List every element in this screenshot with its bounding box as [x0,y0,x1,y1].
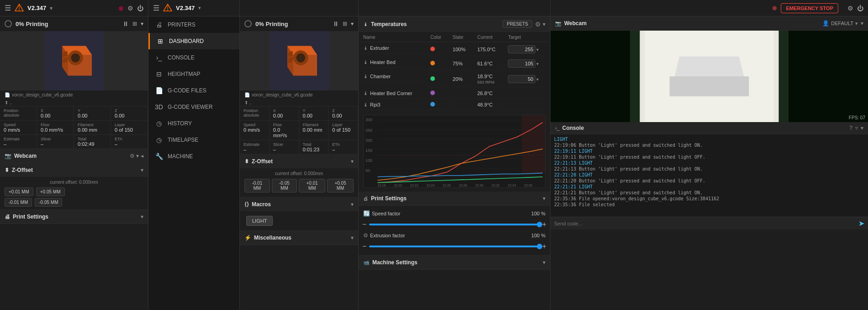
temp-target-arrow-0[interactable]: ▾ [536,47,539,52]
nav-item-gcode_viewer[interactable]: 3DG-CODE VIEWER [148,99,239,115]
absolute-label: absolute [4,113,33,118]
temp-target-input-1[interactable] [508,59,535,68]
dashboard-pause-icon[interactable]: ⏸ [333,20,339,27]
dashboard-parent-dir: ⬆ .. [240,99,358,106]
print-settings-collapse[interactable]: ▾ [141,214,143,220]
alert-icon[interactable]: ⊗ [118,5,124,12]
dashboard-zoffset-title: Z-Offset [252,158,273,165]
dashboard-x: 0.00 [273,113,295,118]
temp-target-input-2[interactable] [508,75,535,83]
speed-slider-thumb[interactable] [537,222,542,227]
webcam-settings-icon[interactable]: ⚙ ▾ [130,153,139,159]
webcam-default-arrow[interactable]: ▾ [855,21,858,27]
webcam-header[interactable]: 📷 Webcam ⚙ ▾ ◂ [0,149,148,163]
console-input-field[interactable] [554,221,858,226]
console-send-btn[interactable]: ➤ [858,219,864,228]
extrusion-plus-btn[interactable]: + [542,242,546,251]
temp-target-input-0[interactable] [508,45,535,53]
version-dropdown[interactable]: ▾ [50,5,53,11]
temp-target-arrow-2[interactable]: ▾ [536,77,539,82]
menu-icon[interactable]: ☰ [5,4,11,12]
presets-btn[interactable]: PRESETS [503,20,532,28]
dashboard-layout-icon[interactable]: ⊞ [343,21,347,27]
misc-header[interactable]: ⚡ Miscellaneous ▾ [240,231,358,245]
dashboard-zoffset-expand[interactable]: ▾ [351,158,354,165]
left-print-settings-title: 🖨 Print Settings [5,214,141,220]
pause-icon[interactable]: ⏸ [122,20,129,27]
extrusion-minus-btn[interactable]: − [362,242,366,251]
console-help-icon[interactable]: ? [849,125,852,131]
dashboard-eta: – [332,147,354,152]
right-settings-icon[interactable]: ⚙ [847,5,853,12]
nav-item-printers[interactable]: 🖨PRINTERS [148,16,239,33]
right-power-icon[interactable]: ⏻ [857,5,863,12]
nav-version-arrow[interactable]: ▾ [198,5,201,11]
speed-plus-btn[interactable]: + [542,220,546,229]
webcam-collapse-icon[interactable]: ◂ [141,153,143,159]
dashboard-zoffset-header[interactable]: ⬍ Z-Offset ▾ [240,155,358,168]
filament-value: 0.00 mm [78,127,107,133]
extrusion-slider[interactable] [369,246,539,247]
console-message-3: 22:19:11 Button 'Light' pressed and swit… [554,154,864,160]
nav-label-console: CONSOLE [168,54,195,61]
print-settings-expand[interactable]: ▾ [543,195,545,202]
macros-header[interactable]: ⟨⟩ Macros ▾ [240,198,358,211]
svg-point-9 [71,53,80,63]
macros-expand[interactable]: ▾ [351,201,354,208]
power-icon[interactable]: ⏻ [137,5,143,12]
temps-table: Name Color State Current Target 🌡 Extrud… [359,32,550,111]
nav-item-history[interactable]: ◷HISTORY [148,115,239,132]
machine-settings-header[interactable]: 📹 Machine Settings ▾ [359,256,550,269]
nav-item-gcode_files[interactable]: 📄G-CODE FILES [148,82,239,99]
z-value: 0.00 [115,113,144,118]
settings-icon[interactable]: ⚙ [127,5,133,12]
speed-slider[interactable] [369,224,539,225]
machine-settings-expand[interactable]: ▾ [543,259,545,266]
col-state: State [449,33,473,42]
nav-item-dashboard[interactable]: ⊞DASHBOARD [148,33,239,49]
layout-icon[interactable]: ⊞ [132,21,137,27]
temp-target-arrow-1[interactable]: ▾ [536,61,539,66]
webcam-expand-right[interactable]: ▾ [861,20,863,27]
dashboard-speed: 0 mm/s [243,127,265,133]
misc-expand[interactable]: ▾ [351,235,354,241]
nav-icon-dashboard: ⊞ [156,37,164,45]
extrusion-slider-thumb[interactable] [537,244,542,249]
temps-expand-icon[interactable]: ▾ [543,21,545,27]
speed-minus-btn[interactable]: − [362,220,366,229]
nav-icon-history: ◷ [155,120,163,127]
speed-slider-row: − + [359,219,550,230]
dash-zoffset-plus001[interactable]: +0.01 MM [299,179,325,192]
console-expand-icon[interactable]: ▾ [861,125,863,131]
dash-zoffset-minus005[interactable]: -0.05 MM [272,179,297,192]
nav-item-heightmap[interactable]: ⊟HEIGHTMAP [148,66,239,82]
console-filter-icon[interactable]: ▿ [855,125,858,131]
nav-item-machine[interactable]: 🔧MACHINE [148,148,239,165]
x-label: X [41,108,70,113]
zoffset-plus005-btn[interactable]: +0.05 MM [36,187,65,196]
print-settings-header[interactable]: 🖨 Print Settings ▾ [359,192,550,206]
dashboard-layer: 0 of 150 [332,127,354,133]
emergency-stop-icon[interactable]: ⊗ [772,5,777,11]
expand-icon[interactable]: ▾ [141,21,143,27]
left-print-settings-header[interactable]: 🖨 Print Settings ▾ [0,210,148,224]
zoffset-minus005-btn[interactable]: -0.05 MM [35,198,62,207]
console-message-10: 22:35:36 File opened:voron_design_cube_v… [554,196,864,202]
left-zoffset-header[interactable]: ⬍ Z-Offset ▾ [0,163,148,177]
estimate-label: Estimate [4,137,33,141]
temps-settings-icon[interactable]: ⚙ [535,21,541,28]
nav-menu-icon[interactable]: ☰ [153,4,159,12]
nav-menu: 🖨PRINTERS⊞DASHBOARD›_CONSOLE⊟HEIGHTMAP📄G… [148,16,239,165]
light-macro-btn[interactable]: LIGHT [246,216,273,226]
nav-icon-printers: 🖨 [155,21,163,28]
dash-zoffset-plus005[interactable]: +0.05 MM [327,179,354,192]
emergency-stop-btn[interactable]: EMERGENCY STOP [781,3,838,13]
nav-item-timelapse[interactable]: ◷TIMELAPSE [148,132,239,148]
zoffset-minus001-btn[interactable]: -0.01 MM [5,198,32,207]
dashboard-expand-icon[interactable]: ▾ [351,21,354,27]
temp-row-0: 🌡 Extruder 100% 175.0°C ▾ [360,43,549,56]
nav-item-console[interactable]: ›_CONSOLE [148,49,239,66]
dash-zoffset-minus001[interactable]: -0.01 MM [244,179,270,192]
zoffset-collapse-icon[interactable]: ▾ [141,167,143,173]
zoffset-plus001-btn[interactable]: +0.01 MM [5,187,33,196]
